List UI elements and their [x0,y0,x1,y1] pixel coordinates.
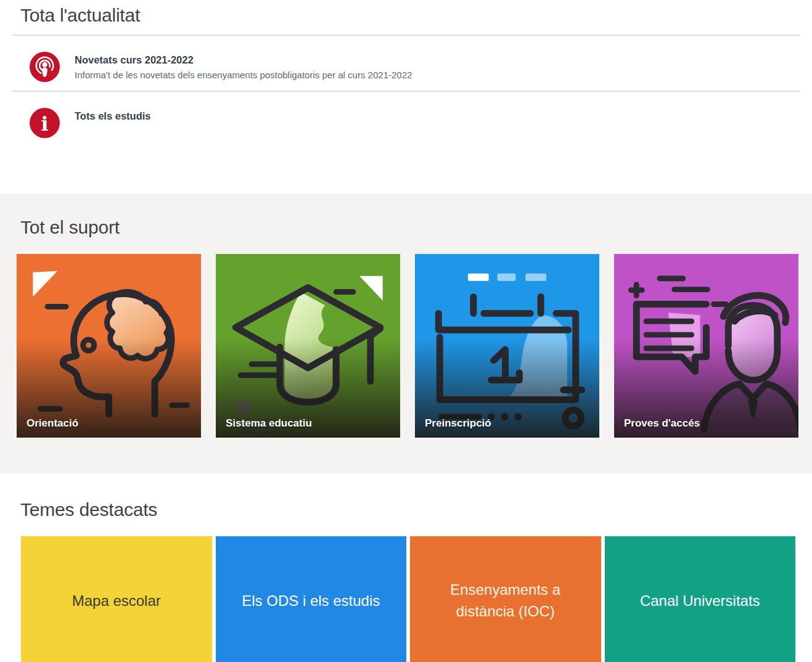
podcast-icon [30,52,60,82]
topics-tile-row: Mapa escolar Els ODS i els estudis Ensen… [21,536,795,662]
tile-label: Sistema educatiu [226,417,312,430]
tile-canal-universitats[interactable]: Canal Universitats [605,536,796,662]
tile-label: Preinscripció [425,417,491,430]
tile-label: Els ODS i els estudis [242,590,380,612]
person-chat-icon [614,254,798,438]
tile-mapa-escolar[interactable]: Mapa escolar [21,536,212,662]
head-brain-icon [17,254,201,438]
news-item-novetats[interactable]: Novetats curs 2021-2022 Informa't de les… [0,36,812,82]
tile-orientacio[interactable]: Orientació [17,254,201,438]
news-item-tots-els-estudis[interactable]: i Tots els estudis [0,92,812,176]
tile-label: Ensenyaments a distància (IOC) [431,579,580,623]
tile-ensenyaments-distancia[interactable]: Ensenyaments a distància (IOC) [410,536,601,662]
support-section: Tot el suport [0,194,812,473]
tile-preinscripcio[interactable]: Preinscripció [415,254,599,438]
news-item-title[interactable]: Novetats curs 2021-2022 [75,53,412,67]
news-section: Tota l'actualitat Novetats curs 2021-202… [0,0,812,176]
tile-label: Orientació [27,417,78,430]
tile-label: Mapa escolar [72,590,161,612]
tile-els-ods[interactable]: Els ODS i els estudis [216,536,407,662]
tile-label: Canal Universitats [640,590,760,612]
support-tile-row: Orientació [17,254,800,438]
svg-text:i: i [41,112,48,135]
news-section-title: Tota l'actualitat [20,5,812,26]
topics-section-title: Temes destacats [20,499,812,520]
info-icon: i [30,108,60,138]
calendar-icon [415,254,599,438]
page: Tota l'actualitat Novetats curs 2021-202… [0,0,812,662]
news-item-title[interactable]: Tots els estudis [75,109,150,123]
news-item-subtitle: Informa't de les novetats dels ensenyame… [75,68,412,81]
support-section-title: Tot el suport [20,217,812,238]
tile-proves-dacces[interactable]: Proves d'accés [614,254,798,438]
graduation-cap-icon [216,254,400,438]
topics-section: Temes destacats Mapa escolar Els ODS i e… [0,473,812,662]
tile-sistema-educatiu[interactable]: Sistema educatiu [216,254,400,438]
tile-label: Proves d'accés [624,417,700,430]
